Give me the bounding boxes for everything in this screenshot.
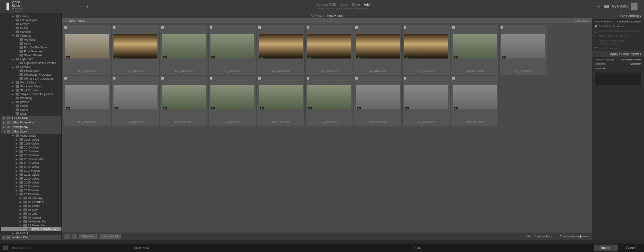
thumb-checkbox[interactable] <box>258 77 261 80</box>
add-collection-checkbox[interactable] <box>595 47 597 50</box>
thumb-size-slider[interactable] <box>576 236 589 237</box>
source-drive-icon[interactable] <box>7 3 9 10</box>
thumb-checkbox[interactable] <box>501 26 503 29</box>
sort-value[interactable]: Capture Time <box>534 235 552 238</box>
tree-item[interactable]: ▶2017+Video <box>1 169 61 173</box>
tree-item[interactable]: ▶2008-Video <box>1 138 61 142</box>
identity-icon[interactable] <box>3 246 8 250</box>
tree-item[interactable]: Four Seasons <box>1 49 61 53</box>
tree-item[interactable]: Quine <box>1 108 61 112</box>
tree-item[interactable]: Photo Booth <box>1 69 61 73</box>
thumbnail-cell[interactable]: ■•DJI_2097.MOV <box>354 76 402 126</box>
section-check-icon[interactable]: ✓ <box>64 19 67 22</box>
thumbnail-cell[interactable]: ■•DJI_0470.MOV <box>402 25 450 75</box>
thumb-checkbox[interactable] <box>355 26 358 29</box>
tree-item[interactable]: ▶private <box>1 100 61 104</box>
no-dup-checkbox[interactable] <box>595 30 597 32</box>
tree-item[interactable]: ▶Working Disk <box>1 235 61 240</box>
tree-item[interactable]: ▶T5 1TB SSD <box>1 116 61 120</box>
thumbnail-cell[interactable]: ■•DJI_2093.MOV <box>112 76 159 126</box>
tree-item[interactable]: ▶2016-Video <box>1 165 61 169</box>
thumb-checkbox[interactable] <box>161 77 164 80</box>
preset-none[interactable]: None <box>414 246 422 249</box>
tree-item[interactable]: ▶Stock and Clipart <box>1 84 61 88</box>
thumbnail-cell[interactable]: ■•DJI_0432.MOV <box>112 25 159 75</box>
thumbnail-cell[interactable]: ■•DJI_2096.MOV <box>257 76 305 126</box>
tree-item[interactable]: Public <box>1 104 61 108</box>
tree-item[interactable]: ▶Time Machine <box>1 240 61 240</box>
tree-item[interactable]: ▶09-September <box>1 220 61 223</box>
collapse-left-icon[interactable] <box>30 5 88 8</box>
tree-item[interactable]: ▶2019-Video <box>1 177 61 181</box>
tree-item[interactable]: Music <box>1 26 61 30</box>
tree-item[interactable]: ▶2021-Video <box>1 184 61 188</box>
tree-item[interactable]: ▼11 November <box>1 223 61 227</box>
sort-icon[interactable]: ↕ <box>524 235 526 238</box>
tree-item[interactable]: ▶2020-Video <box>1 181 61 184</box>
import-tab-move[interactable]: Move <box>352 3 360 6</box>
thumbnail-cell[interactable]: ■•DJI_2094.MOV <box>160 76 208 126</box>
tree-item[interactable]: ▶2022-Video <box>1 188 61 192</box>
import-button[interactable]: Import <box>594 245 618 251</box>
tree-item[interactable]: ▶Tanya Kozhechka photos <box>1 92 61 96</box>
tree-item[interactable]: eBay <box>1 42 61 45</box>
tree-item[interactable]: ▶2018-Video <box>1 173 61 177</box>
loupe-view-button[interactable] <box>72 234 77 239</box>
tree-item[interactable]: Lightroom Saved Photos <box>1 61 61 65</box>
uncheck-all-button[interactable]: Uncheck All <box>100 234 121 239</box>
apply-import-header[interactable]: Apply During Import ▾ <box>592 51 644 57</box>
cancel-button[interactable]: Cancel <box>622 245 641 251</box>
import-tab-copy-as-dng[interactable]: Copy as DNG <box>316 3 337 6</box>
tree-item[interactable]: ▶03-March <box>1 204 61 208</box>
import-tab-add[interactable]: Add <box>364 3 369 6</box>
tree-item[interactable]: ▶2010-Video <box>1 145 61 149</box>
tree-item[interactable]: ▶02-February <box>1 200 61 204</box>
build-previews-value[interactable]: Embedded & Sidecar <box>617 20 641 23</box>
metadata-value[interactable]: Copyright <box>630 62 641 65</box>
tree-item[interactable]: Photography Quotes <box>1 73 61 77</box>
grid-view-button[interactable] <box>64 234 70 239</box>
section-count[interactable]: 18 photos ▾ <box>574 19 589 22</box>
thumb-checkbox[interactable] <box>452 26 455 29</box>
filter-new[interactable]: New Photos <box>327 14 343 17</box>
file-handling-header[interactable]: File Handling ▾ <box>592 13 644 19</box>
thumb-checkbox[interactable] <box>452 77 455 80</box>
thumbnail-cell[interactable]: ■•DJI_0301.MOV <box>499 25 547 75</box>
tree-item[interactable]: ▶Library <box>1 14 61 18</box>
thumbnail-cell[interactable]: ■•DJI_0437.MOV <box>257 25 305 75</box>
tree-item[interactable]: ▶08 August <box>1 216 61 220</box>
thumb-checkbox[interactable] <box>355 77 358 80</box>
check-all-button[interactable]: Check All <box>79 234 98 239</box>
smart-previews-checkbox[interactable] <box>595 25 597 28</box>
tree-item[interactable]: Wedding <box>1 96 61 100</box>
tree-item[interactable]: ▶01 January <box>1 196 61 200</box>
tree-item[interactable]: Sites <box>1 112 61 116</box>
filter-all[interactable]: All Photos <box>311 14 324 17</box>
tree-item[interactable]: ▼2023-Video <box>1 192 61 196</box>
thumb-checkbox[interactable] <box>404 26 406 29</box>
thumb-checkbox[interactable] <box>258 26 261 29</box>
tree-item[interactable]: ▶2013-video dev <box>1 157 61 161</box>
thumbnail-cell[interactable]: ■•DJI_0469.MOV <box>354 25 402 75</box>
thumb-checkbox[interactable] <box>113 26 115 29</box>
keywords-input[interactable] <box>595 72 641 85</box>
import-tab-copy[interactable]: Copy <box>341 3 348 6</box>
dest-drive-icon[interactable] <box>631 3 637 10</box>
thumbnail-cell[interactable]: ■•DJI_2096.MOV <box>305 76 353 126</box>
second-copy-checkbox[interactable] <box>595 35 597 37</box>
thumbnail-cell[interactable]: ■•DJI_2098.MOV <box>402 76 450 126</box>
thumb-checkbox[interactable] <box>404 77 406 80</box>
tree-item[interactable]: ▶Stock Exports <box>1 88 61 92</box>
tree-item[interactable]: 2023-11-06-Durham <box>1 227 61 231</box>
tree-item[interactable]: ▶2011-Video <box>1 149 61 153</box>
thumb-checkbox[interactable] <box>210 26 212 29</box>
tree-item[interactable]: ▶Lightroom <box>1 57 61 61</box>
tree-item[interactable]: Primary LR Catalogue <box>1 77 61 81</box>
tree-item[interactable]: ▶2009-Video <box>1 142 61 145</box>
tree-item[interactable]: ▶2015-Video <box>1 161 61 165</box>
tree-item[interactable]: ▶b-Roll <box>1 231 61 235</box>
thumbnail-cell[interactable]: ■•DJI_0471.MOV <box>451 25 499 75</box>
thumb-checkbox[interactable] <box>64 77 67 80</box>
tree-item[interactable]: ▶Photography <box>1 125 61 129</box>
tree-item[interactable]: ▼Video Stock <box>1 134 61 138</box>
